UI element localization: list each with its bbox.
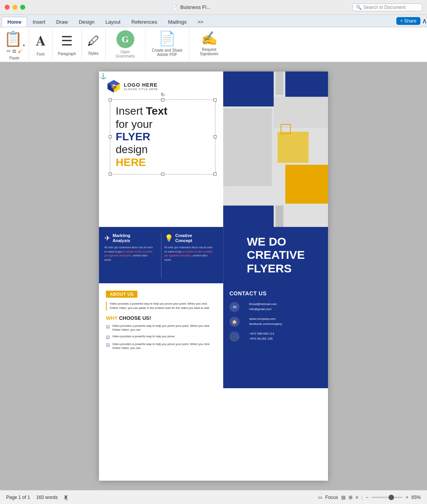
flyer-headline-line5: HERE xyxy=(116,156,210,169)
minimize-button[interactable] xyxy=(12,5,17,10)
focus-icon[interactable]: ▭ xyxy=(318,495,322,500)
share-button[interactable]: + Share xyxy=(396,17,420,25)
styles-group: 🖊 Styles xyxy=(82,29,106,60)
text-box-container[interactable]: ↻ Insert Text for you xyxy=(110,99,215,174)
document-title: Buisness Fl... xyxy=(180,4,210,10)
flyer-bottom-left: ABOUT US Video provides a powerful way t… xyxy=(99,283,223,388)
tab-references[interactable]: References xyxy=(126,17,163,27)
flyer-right-panel xyxy=(223,72,328,227)
web-line1: www.company.com xyxy=(249,317,282,322)
email-line2: info@gmail.com xyxy=(249,307,277,312)
format-painter-icon[interactable]: 🖌 xyxy=(17,48,23,54)
font-group: 𝐀 Font xyxy=(29,29,52,60)
tab-home[interactable]: Home xyxy=(2,17,27,27)
styles-icon[interactable]: 🖊 xyxy=(87,34,100,48)
wedo-line2: CREATIVE xyxy=(247,248,305,262)
geo-yellow-outline xyxy=(281,124,291,134)
proofing-icon[interactable]: 𝗫̲ xyxy=(64,495,68,500)
marketing-icon: ✈ xyxy=(104,234,110,242)
geo-gray-left xyxy=(223,108,272,186)
word-count: 160 words xyxy=(36,495,57,500)
tab-mailings[interactable]: Mailings xyxy=(163,17,192,27)
signatures-label: Request Signatures xyxy=(196,47,223,56)
rotate-handle[interactable]: ↻ xyxy=(161,92,165,98)
share-area: + Share ∧ xyxy=(392,17,427,27)
handle-bottom-middle[interactable] xyxy=(161,173,164,176)
handle-top-left[interactable] xyxy=(109,98,112,101)
zoom-out-icon[interactable]: − xyxy=(366,495,368,500)
search-box[interactable]: 🔍 Search in Document xyxy=(352,3,422,11)
text-box[interactable]: Insert Text for your FLYER design HERE xyxy=(110,99,215,174)
collapse-ribbon-icon[interactable]: ∧ xyxy=(422,17,427,25)
checkbox-icon-1: ☑ xyxy=(106,324,110,330)
handle-middle-right[interactable] xyxy=(214,135,217,138)
traffic-lights xyxy=(5,5,25,10)
marketing-title-row: ✈ MarktingAnalysis xyxy=(104,233,154,243)
zoom-thumb[interactable] xyxy=(389,495,394,500)
statusbar-left: Page 1 of 1 160 words 𝗫̲ xyxy=(6,495,68,500)
tab-design[interactable]: Design xyxy=(73,17,100,27)
adobe-icon[interactable]: 📄 xyxy=(158,30,176,47)
cut-icon[interactable]: ✂ xyxy=(7,48,11,54)
search-placeholder: Search in Document xyxy=(363,5,406,10)
checklist-item-2: ☑ Video provides a powerful way to help … xyxy=(106,335,216,340)
paste-btn[interactable]: 📋 ▾ xyxy=(4,30,25,47)
signatures-group: ✍ Request Signatures xyxy=(189,29,229,60)
grammarly-label: Open Grammarly xyxy=(112,50,139,58)
flyer-left-panel: ⚓ 📦 LOGO HERE SLOGAN TI xyxy=(99,72,223,227)
titlebar-center: 📄 Buisness Fl... xyxy=(30,4,352,10)
handle-top-middle[interactable] xyxy=(161,98,164,101)
view-list-icon[interactable]: ≡ xyxy=(356,495,358,500)
page-info: Page 1 of 1 xyxy=(6,495,30,500)
contact-email-item: ✉ Email@hotmail.com info@gmail.com xyxy=(229,302,322,312)
paragraph-icon[interactable]: ☰ xyxy=(61,33,73,49)
geo-gray-bottom xyxy=(276,206,283,227)
statusbar: Page 1 of 1 160 words 𝗫̲ ▭ Focus ▤ ⊞ ≡ |… xyxy=(0,490,427,504)
email-icon-circle: ✉ xyxy=(229,302,240,312)
close-button[interactable] xyxy=(5,5,10,10)
copy-icon[interactable]: ⧉ xyxy=(12,48,16,54)
wedo-line1: WE DO xyxy=(247,235,305,249)
checklist-text-2: Video provides a powerful way to help yo… xyxy=(112,335,175,339)
tab-more[interactable]: >> xyxy=(192,17,209,27)
handle-bottom-right[interactable] xyxy=(214,173,217,176)
font-icon[interactable]: 𝐀 xyxy=(36,33,46,49)
flyer-middle-left: ✈ MarktingAnalysis Ri notic qui rosamram… xyxy=(99,227,223,283)
paste-dropdown-icon[interactable]: ▾ xyxy=(23,43,25,47)
geo-blue-bl xyxy=(223,206,274,227)
checklist-text-1: Video provides a powerful way to help yo… xyxy=(112,324,216,332)
view-layout-icon[interactable]: ▤ xyxy=(341,495,345,500)
tab-layout[interactable]: Layout xyxy=(100,17,126,27)
contact-web-item: 🏠 www.company.com facebook.com/company xyxy=(229,317,322,327)
view-table-icon[interactable]: ⊞ xyxy=(349,495,352,500)
flyer-headline-line2: for your xyxy=(116,118,210,131)
handle-bottom-left[interactable] xyxy=(109,173,112,176)
logo-icon: 📦 xyxy=(107,79,121,93)
paste-sub-buttons: ✂ ⧉ 🖌 xyxy=(7,48,23,54)
marketing-body: Ri notic qui rosamram faces ma sit ones … xyxy=(104,246,154,262)
zoom-slider[interactable] xyxy=(371,497,403,498)
email-icon: ✉ xyxy=(233,305,236,310)
statusbar-right: ▭ Focus ▤ ⊞ ≡ | − + 65% xyxy=(318,495,421,500)
web-icon-circle: 🏠 xyxy=(229,317,240,327)
paste-label: Paste xyxy=(9,56,19,60)
paragraph-label: Paragraph xyxy=(58,52,76,56)
web-line2: facebook.com/company xyxy=(249,322,282,327)
geo-blue-tl xyxy=(223,72,274,106)
anchor-icon: ⚓ xyxy=(100,73,106,79)
geo-gray-mid xyxy=(274,97,328,128)
zoom-in-icon[interactable]: + xyxy=(406,495,408,500)
tab-draw[interactable]: Draw xyxy=(51,17,73,27)
tab-insert[interactable]: Insert xyxy=(27,17,51,27)
flyer-headline-line3: FLYER xyxy=(116,131,210,143)
creative-body: Ri notic qui rosamram faces ma sit ones … xyxy=(165,246,214,262)
checkbox-icon-2: ☑ xyxy=(106,335,110,340)
middle-divider xyxy=(161,233,161,277)
handle-middle-left[interactable] xyxy=(109,135,112,138)
focus-label[interactable]: Focus xyxy=(325,495,338,500)
handle-top-right[interactable] xyxy=(214,98,217,101)
signatures-icon[interactable]: ✍ xyxy=(201,30,217,46)
email-line1: Email@hotmail.com xyxy=(249,302,277,307)
grammarly-icon[interactable]: G xyxy=(116,30,134,48)
maximize-button[interactable] xyxy=(20,5,25,10)
